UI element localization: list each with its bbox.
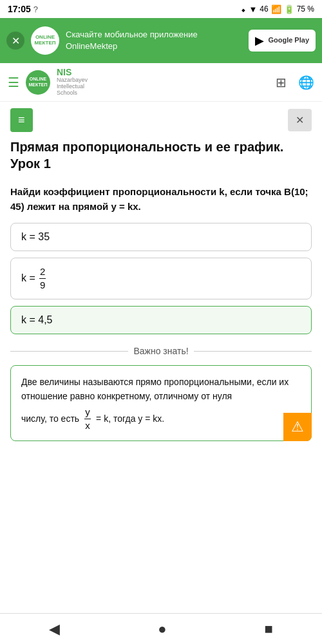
recents-button[interactable]: ■	[252, 616, 286, 643]
battery-icon: 🔋	[284, 5, 294, 14]
formula-fraction: y x	[84, 406, 91, 431]
recents-icon: ■	[265, 621, 273, 637]
fraction-numerator: 2	[39, 266, 46, 279]
answer-option-2[interactable]: k = 2 9	[10, 258, 312, 299]
close-icon: ✕	[12, 35, 20, 47]
close-button[interactable]: ✕	[288, 109, 312, 131]
fraction-denominator: 9	[40, 279, 45, 291]
lesson-title: Прямая пропорциональность и ее график. У…	[10, 138, 312, 172]
answer-option-3[interactable]: k = 4,5	[10, 306, 312, 334]
answer-option-1[interactable]: k = 35	[10, 223, 312, 251]
back-icon: ◀	[49, 621, 60, 637]
fraction-y: y	[84, 406, 91, 419]
nis-logo: NIS Nazarbayev Intellectual Schools	[57, 68, 88, 97]
signal-bar-icon: 📶	[271, 5, 281, 14]
google-play-label: Google Play	[268, 36, 309, 44]
answer-2-prefix: k =	[21, 272, 38, 283]
menu-icon: ≡	[18, 113, 25, 126]
nav-bar: ☰ ONLINE МЕКТЕП NIS Nazarbayev Intellect…	[0, 63, 322, 102]
answer-2-fraction: 2 9	[39, 266, 46, 291]
question-block: Найди коэффициент пропорциональности k, …	[10, 185, 312, 334]
answer-1-label: k = 35	[21, 231, 50, 242]
nis-main-label: NIS	[57, 68, 88, 77]
nav-hamburger-icon[interactable]: ☰	[8, 75, 19, 90]
globe-icon[interactable]: 🌐	[298, 75, 314, 90]
warning-triangle: ⚠	[283, 413, 312, 441]
menu-button[interactable]: ≡	[10, 108, 33, 132]
fraction-x: x	[85, 419, 90, 431]
important-label: Важно знать!	[133, 346, 188, 356]
answer-3-label: k = 4,5	[21, 314, 52, 325]
warning-icon: ⚠	[291, 415, 304, 438]
info-box: Две величины называются прямо пропорцион…	[10, 365, 312, 441]
wifi-icon: ▼	[249, 5, 257, 14]
home-button[interactable]: ●	[145, 616, 179, 643]
question-bold: Найди коэффициент пропорциональности k, …	[10, 186, 308, 212]
bluetooth-icon: ⬥	[241, 5, 246, 14]
formula-line: числу, то есть y x = k, тогда y = kx.	[21, 406, 301, 431]
play-store-icon: ▶	[255, 33, 264, 48]
nav-logo: ONLINE МЕКТЕП	[26, 70, 50, 95]
home-icon: ●	[158, 621, 166, 637]
divider-line-right	[194, 351, 312, 352]
toolbar-row: ≡ ✕	[10, 102, 312, 138]
back-button[interactable]: ◀	[36, 616, 73, 643]
important-divider: Важно знать!	[10, 346, 312, 356]
close-icon: ✕	[296, 115, 304, 126]
nis-sub-label: Nazarbayev Intellectual Schools	[57, 77, 88, 97]
signal-strength: 46	[260, 5, 268, 14]
app-install-banner: ✕ ONLINE МЕКТЕП Скачайте мобильное прило…	[0, 18, 322, 63]
status-bar: 17:05 ? ⬥ ▼ 46 📶 🔋 75 %	[0, 0, 322, 18]
bottom-navigation: ◀ ● ■	[0, 613, 322, 644]
status-icons: ⬥ ▼ 46 📶 🔋 75 %	[241, 5, 314, 14]
battery-percent: 75 %	[297, 5, 314, 14]
banner-logo: ONLINE МЕКТЕП	[31, 26, 59, 55]
status-question: ?	[33, 5, 38, 14]
question-text: Найди коэффициент пропорциональности k, …	[10, 185, 312, 214]
list-view-icon[interactable]: ⊞	[276, 75, 287, 90]
info-text-part2: числу, то есть	[21, 412, 79, 426]
main-content: ≡ ✕ Прямая пропорциональность и ее графи…	[0, 102, 322, 454]
info-text-part1: Две величины называются прямо пропорцион…	[21, 377, 289, 401]
banner-description: Скачайте мобильное приложение OnlineMekt…	[66, 29, 242, 52]
google-play-button[interactable]: ▶ Google Play	[249, 30, 316, 52]
status-time: 17:05	[8, 4, 31, 14]
divider-line-left	[10, 351, 128, 352]
banner-close-button[interactable]: ✕	[6, 32, 24, 50]
formula-suffix: = k, тогда y = kx.	[96, 412, 164, 426]
